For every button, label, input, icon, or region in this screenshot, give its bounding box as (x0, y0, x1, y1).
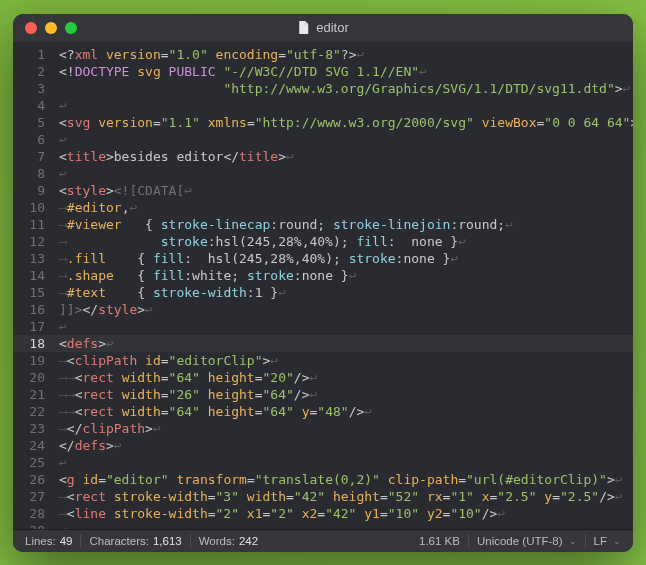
separator (585, 534, 586, 548)
code-line[interactable]: <svg version="1.1" xmlns="http://www.w3.… (59, 114, 633, 131)
line-number[interactable]: 24 (13, 437, 45, 454)
line-number[interactable]: 2 (13, 63, 45, 80)
line-number[interactable]: 15 (13, 284, 45, 301)
filesize-value: 1.61 KB (419, 535, 460, 547)
code-line[interactable]: <g id="editor" transform="translate(0,2)… (59, 471, 633, 488)
editor-window: editor 123456789101112131415161718192021… (13, 14, 633, 552)
titlebar[interactable]: editor (13, 14, 633, 42)
chevron-down-icon: ⌄ (569, 536, 577, 546)
code-line[interactable]: </defs>↩ (59, 437, 633, 454)
status-encoding[interactable]: Unicode (UTF-8) ⌄ (473, 535, 581, 547)
code-line[interactable]: <style><![CDATA[↩ (59, 182, 633, 199)
lines-label: Lines: (25, 535, 56, 547)
code-line[interactable]: ]]></style>↩ (59, 301, 633, 318)
code-line[interactable]: ⟶<clipPath id="editorClip">↩ (59, 352, 633, 369)
line-number[interactable]: 29 (13, 522, 45, 529)
status-words[interactable]: Words: 242 (195, 535, 262, 547)
line-number[interactable]: 14 (13, 267, 45, 284)
chevron-down-icon: ⌄ (613, 536, 621, 546)
lines-value: 49 (60, 535, 73, 547)
window-title: editor (297, 20, 349, 35)
code-line[interactable]: ⟶</clipPath>↩ (59, 420, 633, 437)
code-line[interactable]: ↩ (59, 454, 633, 471)
code-line[interactable]: ⟶.shape { fill:white; stroke:none }↩ (59, 267, 633, 284)
code-line[interactable]: "http://www.w3.org/Graphics/SVG/1.1/DTD/… (59, 80, 633, 97)
code-line[interactable]: ⟶#viewer { stroke-linecap:round; stroke-… (59, 216, 633, 233)
line-number[interactable]: 21 (13, 386, 45, 403)
line-number[interactable]: 22 (13, 403, 45, 420)
code-line[interactable]: ↩ (59, 97, 633, 114)
line-number[interactable]: 26 (13, 471, 45, 488)
words-label: Words: (199, 535, 235, 547)
code-line[interactable]: ⟶⟶<rect width="64" height="64" y="48"/>↩ (59, 403, 633, 420)
window-title-text: editor (316, 20, 349, 35)
code-line[interactable]: <defs>↩ (59, 335, 633, 352)
code-line[interactable]: ⟶.fill { fill: hsl(245,28%,40%); stroke:… (59, 250, 633, 267)
code-line[interactable]: ⟶<line stroke-width="2" x1="2" x2="42" y… (59, 505, 633, 522)
line-number[interactable]: 23 (13, 420, 45, 437)
code-line[interactable]: ↩ (59, 165, 633, 182)
maximize-button[interactable] (65, 22, 77, 34)
code-line[interactable]: ⟶#editor,↩ (59, 199, 633, 216)
code-line[interactable]: <title>besides editor</title>↩ (59, 148, 633, 165)
line-number[interactable]: 6 (13, 131, 45, 148)
minimize-button[interactable] (45, 22, 57, 34)
status-characters[interactable]: Characters: 1,613 (85, 535, 185, 547)
code-line[interactable]: ↩ (59, 318, 633, 335)
separator (80, 534, 81, 548)
line-number[interactable]: 5 (13, 114, 45, 131)
code-line[interactable]: <?xml version="1.0" encoding="utf-8"?>↩ (59, 46, 633, 63)
line-number[interactable]: 8 (13, 165, 45, 182)
line-number[interactable]: 12 (13, 233, 45, 250)
status-lines[interactable]: Lines: 49 (21, 535, 76, 547)
line-ending-value: LF (594, 535, 607, 547)
separator (468, 534, 469, 548)
code-line[interactable]: ↩ (59, 131, 633, 148)
line-number[interactable]: 25 (13, 454, 45, 471)
encoding-value: Unicode (UTF-8) (477, 535, 563, 547)
line-number[interactable]: 17 (13, 318, 45, 335)
line-number[interactable]: 7 (13, 148, 45, 165)
line-number-gutter[interactable]: 1234567891011121314151617181920212223242… (13, 42, 53, 529)
code-line[interactable]: ⟶⟶<rect width="26" height="64"/>↩ (59, 386, 633, 403)
chars-value: 1,613 (153, 535, 182, 547)
separator (190, 534, 191, 548)
line-number[interactable]: 1 (13, 46, 45, 63)
line-number[interactable]: 16 (13, 301, 45, 318)
line-number[interactable]: 13 (13, 250, 45, 267)
line-number[interactable]: 4 (13, 97, 45, 114)
status-filesize[interactable]: 1.61 KB (415, 535, 464, 547)
line-number[interactable]: 20 (13, 369, 45, 386)
document-icon (297, 20, 310, 35)
line-number[interactable]: 28 (13, 505, 45, 522)
code-line[interactable]: ↩ (59, 522, 633, 529)
code-line[interactable]: ⟶<rect stroke-width="3" width="42" heigh… (59, 488, 633, 505)
code-line[interactable]: ⟶ stroke:hsl(245,28%,40%); fill: none }↩ (59, 233, 633, 250)
code-line[interactable]: <!DOCTYPE svg PUBLIC "-//W3C//DTD SVG 1.… (59, 63, 633, 80)
traffic-lights (13, 22, 77, 34)
code-line[interactable]: ⟶⟶<rect width="64" height="20"/>↩ (59, 369, 633, 386)
code-line[interactable]: ⟶#text { stroke-width:1 }↩ (59, 284, 633, 301)
chars-label: Characters: (89, 535, 148, 547)
line-number[interactable]: 11 (13, 216, 45, 233)
words-value: 242 (239, 535, 258, 547)
close-button[interactable] (25, 22, 37, 34)
statusbar: Lines: 49 Characters: 1,613 Words: 242 1… (13, 529, 633, 552)
line-number[interactable]: 9 (13, 182, 45, 199)
line-number[interactable]: 19 (13, 352, 45, 369)
line-number[interactable]: 10 (13, 199, 45, 216)
status-line-ending[interactable]: LF ⌄ (590, 535, 625, 547)
line-number[interactable]: 27 (13, 488, 45, 505)
line-number[interactable]: 3 (13, 80, 45, 97)
code-content[interactable]: <?xml version="1.0" encoding="utf-8"?>↩<… (53, 42, 633, 529)
editor-area[interactable]: 1234567891011121314151617181920212223242… (13, 42, 633, 529)
